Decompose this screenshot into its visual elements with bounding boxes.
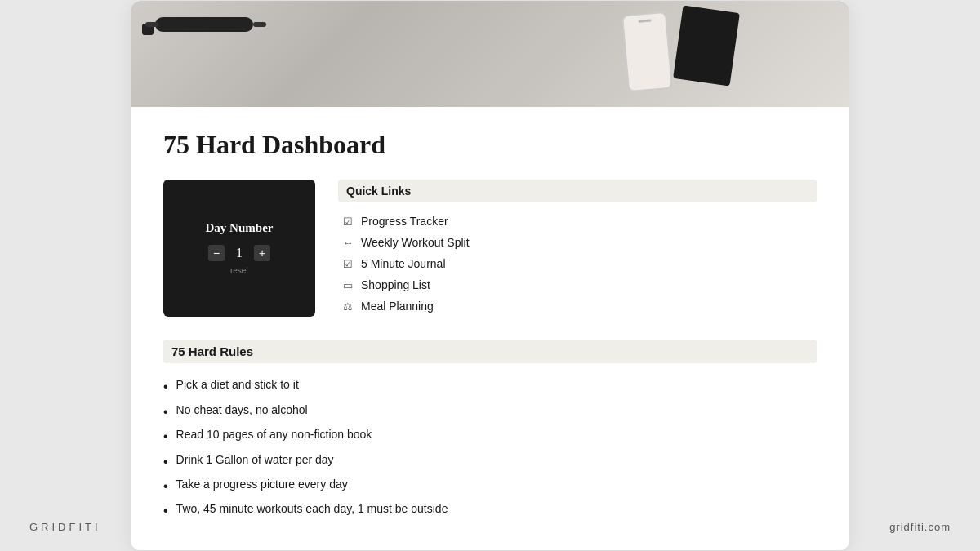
list-item[interactable]: ☑ Progress Tracker (338, 211, 817, 232)
counter-controls: − 1 + (208, 245, 270, 261)
counter-reset[interactable]: reset (230, 266, 248, 275)
day-counter-label: Day Number (206, 221, 274, 235)
main-card: 75 Hard Dashboard Day Number − 1 + reset… (131, 1, 849, 549)
list-item: • Drink 1 Gallon of water per day (163, 450, 817, 474)
list-item: • Read 10 pages of any non-fiction book (163, 424, 817, 449)
list-item: • Pick a diet and stick to it (163, 375, 817, 399)
list-item: • Take a progress picture every day (163, 474, 817, 499)
hero-image (131, 1, 849, 107)
rule-text: Read 10 pages of any non-fiction book (176, 428, 372, 441)
meal-icon: ⚖ (341, 300, 354, 313)
rules-section: 75 Hard Rules • Pick a diet and stick to… (163, 340, 817, 523)
quick-links-section: Quick Links ☑ Progress Tracker ↔ Weekly … (338, 180, 817, 317)
main-section: Day Number − 1 + reset Quick Links ☑ Pro… (163, 180, 817, 317)
phone-shape (621, 11, 673, 92)
bullet-icon: • (163, 378, 168, 396)
branding-right: gridfiti.com (889, 521, 951, 533)
bullet-icon: • (163, 403, 168, 421)
list-item[interactable]: ▭ Shopping List (338, 274, 817, 295)
bullet-icon: • (163, 502, 168, 520)
list-item: • No cheat days, no alcohol (163, 400, 817, 424)
notebook-shape (673, 6, 740, 87)
rule-text: Drink 1 Gallon of water per day (176, 453, 334, 466)
page-title: 75 Hard Dashboard (163, 130, 817, 160)
increment-button[interactable]: + (254, 245, 270, 261)
quick-links-list: ☑ Progress Tracker ↔ Weekly Workout Spli… (338, 211, 817, 317)
decrement-button[interactable]: − (208, 245, 225, 261)
bullet-icon: • (163, 478, 168, 495)
quick-links-header: Quick Links (338, 180, 817, 202)
rule-text: No cheat days, no alcohol (176, 403, 308, 416)
list-item: • Two, 45 minute workouts each day, 1 mu… (163, 499, 817, 523)
bullet-icon: • (163, 453, 168, 471)
counter-value: 1 (231, 246, 247, 260)
bullet-icon: • (163, 428, 168, 446)
rule-text: Pick a diet and stick to it (176, 378, 299, 391)
meal-label: Meal Planning (361, 300, 434, 313)
card-content: 75 Hard Dashboard Day Number − 1 + reset… (131, 107, 849, 549)
rules-list: • Pick a diet and stick to it • No cheat… (163, 375, 817, 523)
workout-split-label: Weekly Workout Split (361, 236, 470, 249)
list-item[interactable]: ☑ 5 Minute Journal (338, 253, 817, 274)
barbell-left (142, 24, 154, 35)
progress-tracker-icon: ☑ (341, 216, 354, 228)
rule-text: Take a progress picture every day (176, 478, 348, 491)
list-item[interactable]: ⚖ Meal Planning (338, 295, 817, 317)
workout-split-icon: ↔ (341, 237, 354, 249)
shopping-label: Shopping List (361, 278, 430, 291)
list-item[interactable]: ↔ Weekly Workout Split (338, 232, 817, 253)
journal-label: 5 Minute Journal (361, 257, 446, 270)
shopping-icon: ▭ (341, 279, 354, 291)
progress-tracker-label: Progress Tracker (361, 215, 448, 228)
branding-left: GRIDFITI (29, 521, 101, 533)
rules-header: 75 Hard Rules (163, 340, 817, 363)
day-counter-box: Day Number − 1 + reset (163, 180, 315, 317)
rule-text: Two, 45 minute workouts each day, 1 must… (176, 502, 448, 515)
journal-icon: ☑ (341, 258, 354, 270)
